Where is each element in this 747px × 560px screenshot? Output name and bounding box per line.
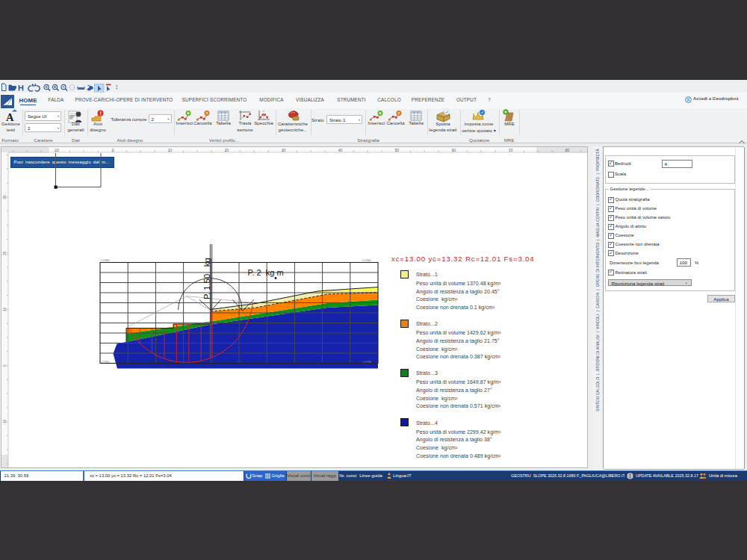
svg-text:80: 80 bbox=[565, 148, 570, 152]
svg-text:P. 1.50 kg: P. 1.50 kg bbox=[202, 258, 211, 299]
svg-text:xc=13.00 yc=13.32 Rc=12.01 Fs=: xc=13.00 yc=13.32 Rc=12.01 Fs=3.04 bbox=[391, 255, 534, 263]
svg-text:20: 20 bbox=[2, 251, 7, 255]
svg-text:LIV.MIN: LIV.MIN bbox=[363, 361, 372, 364]
svg-text:30: 30 bbox=[282, 148, 286, 152]
svg-text:0: 0 bbox=[112, 148, 114, 152]
svg-text:LIV.MAX: LIV.MAX bbox=[362, 259, 372, 262]
svg-text:0: 0 bbox=[2, 364, 7, 367]
svg-text:70: 70 bbox=[509, 148, 513, 152]
svg-text:30: 30 bbox=[2, 195, 7, 199]
svg-text:10: 10 bbox=[2, 307, 7, 311]
svg-text:20: 20 bbox=[225, 148, 229, 152]
svg-text:-10: -10 bbox=[2, 420, 7, 425]
svg-text:60: 60 bbox=[452, 148, 456, 152]
svg-text:LIV.MIN: LIV.MIN bbox=[101, 361, 110, 364]
svg-text:40: 40 bbox=[338, 148, 343, 152]
svg-text:50: 50 bbox=[395, 148, 400, 152]
svg-text:-10: -10 bbox=[54, 148, 59, 152]
svg-text:LIV.MAX: LIV.MAX bbox=[101, 259, 111, 262]
svg-text:10: 10 bbox=[168, 148, 173, 152]
svg-text:P. 2 kg m: P. 2 kg m bbox=[248, 268, 284, 277]
